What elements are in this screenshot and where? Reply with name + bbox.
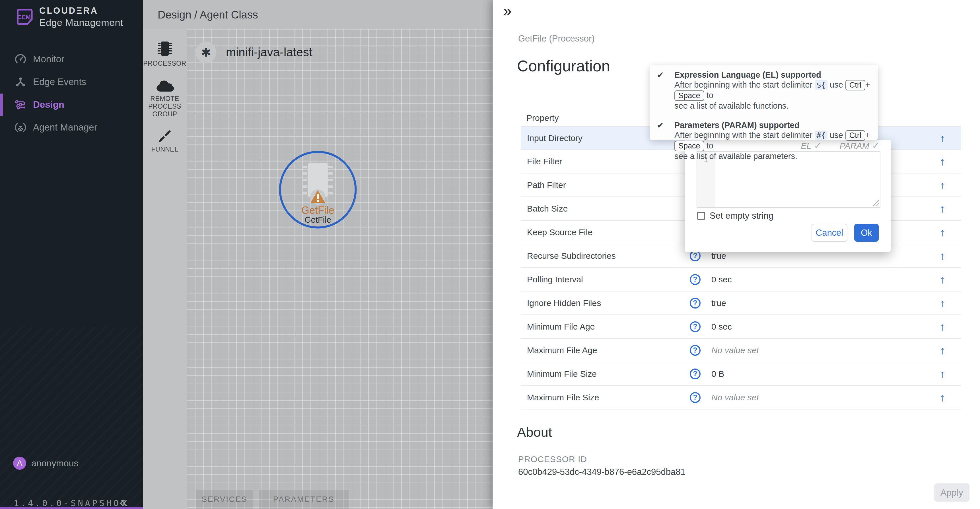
canvas-bottom-tabs: SERVICES PARAMETERS: [187, 490, 493, 509]
space-key-chip: Space: [675, 141, 704, 151]
layers-icon: [15, 122, 26, 133]
plus-sign: +: [865, 80, 870, 89]
help-icon[interactable]: ?: [690, 368, 700, 379]
override-arrow-icon[interactable]: ↑: [940, 155, 945, 168]
param-supported-body: After beginning with the start delimiter…: [675, 130, 872, 161]
sidebar-stripes-decoration: [0, 327, 143, 509]
property-row[interactable]: Minimum File Size ? 0 B ↑: [521, 362, 961, 386]
tooltip-text: see a list of available parameters.: [675, 152, 797, 161]
override-arrow-icon[interactable]: ↑: [940, 250, 945, 262]
override-arrow-icon[interactable]: ↑: [940, 297, 945, 309]
set-empty-string-option[interactable]: Set empty string: [697, 211, 773, 221]
param-supported-heading: Parameters (PARAM) supported: [675, 120, 872, 130]
brand-edge-management: Edge Management: [39, 17, 123, 28]
property-name: Maximum File Size: [527, 393, 599, 402]
override-arrow-icon[interactable]: ↑: [940, 273, 945, 285]
hub-icon: [15, 76, 26, 87]
param-flag-check-icon: ✓: [872, 141, 879, 151]
property-row[interactable]: Maximum File Size ? No value set ↑: [521, 386, 961, 409]
sidebar-bottom-accent: [0, 507, 143, 509]
property-row[interactable]: Ignore Hidden Files ? true ↑: [521, 292, 961, 315]
property-value: 0 sec: [711, 275, 732, 284]
tool-funnel[interactable]: FUNNEL: [143, 129, 187, 153]
tab-services[interactable]: SERVICES: [196, 490, 253, 509]
help-icon[interactable]: ?: [690, 251, 700, 261]
help-icon[interactable]: ?: [690, 392, 700, 403]
processor-node-getfile[interactable]: GetFile GetFile: [277, 149, 363, 235]
avatar: A: [13, 457, 26, 470]
help-icon[interactable]: ?: [690, 321, 700, 332]
tooltip-text: After beginning with the start delimiter: [675, 130, 812, 140]
version-label: 1.4.0.0-SNAPSHOT: [14, 498, 128, 508]
processor-chip-icon: [156, 40, 173, 57]
ok-button[interactable]: Ok: [854, 224, 879, 242]
svg-text:CEM: CEM: [18, 13, 31, 20]
override-arrow-icon[interactable]: ↑: [940, 320, 945, 333]
set-empty-string-checkbox[interactable]: [697, 212, 705, 220]
override-arrow-icon[interactable]: ↑: [940, 344, 945, 356]
sidebar-collapse-icon[interactable]: «: [119, 494, 128, 509]
property-row[interactable]: Polling Interval ? 0 sec ↑: [521, 268, 961, 292]
override-arrow-icon[interactable]: ↑: [940, 368, 945, 380]
el-supported-heading: Expression Language (EL) supported: [675, 70, 872, 80]
editor-resize-handle[interactable]: [871, 198, 879, 206]
sidebar-nav: Monitor Edge Events: [0, 48, 143, 139]
tab-parameters[interactable]: PARAMETERS: [259, 490, 348, 509]
sidebar-item-agent-manager[interactable]: Agent Manager: [0, 116, 143, 139]
property-name: Batch Size: [527, 204, 568, 214]
property-name: Polling Interval: [527, 275, 583, 284]
plus-sign: +: [865, 130, 870, 140]
tooltip-text: use: [830, 80, 843, 89]
tool-label: PROCESSOR: [143, 60, 187, 67]
sidebar-item-label: Edge Events: [33, 76, 86, 87]
about-title: About: [517, 424, 552, 440]
el-supported-body: After beginning with the start delimiter…: [675, 80, 872, 111]
column-header-property: Property: [527, 113, 558, 123]
param-delimiter-chip: #{: [815, 130, 827, 140]
sidebar-item-monitor[interactable]: Monitor: [0, 48, 143, 71]
property-row[interactable]: Minimum File Age ? 0 sec ↑: [521, 315, 961, 339]
help-icon[interactable]: ?: [690, 345, 700, 356]
panel-collapse-icon[interactable]: »: [503, 2, 512, 19]
flow-canvas[interactable]: ✱ minifi-java-latest GetFile GetFile: [187, 29, 493, 509]
node-name-label: GetFile: [304, 215, 331, 224]
override-arrow-icon[interactable]: ↑: [940, 391, 945, 403]
sidebar: CEM CLOUDΞRA Edge Management Monitor: [0, 0, 143, 509]
cancel-button[interactable]: Cancel: [811, 224, 847, 242]
panel-subtitle: GetFile (Processor): [518, 33, 595, 44]
set-empty-string-label: Set empty string: [710, 211, 773, 221]
sidebar-item-label: Monitor: [33, 54, 64, 65]
breadcrumb: Design / Agent Class: [158, 9, 258, 21]
override-arrow-icon[interactable]: ↑: [940, 179, 945, 191]
tool-remote-process-group[interactable]: REMOTE PROCESS GROUP: [143, 79, 187, 118]
tooltip-text: see a list of available functions.: [675, 101, 789, 110]
processor-id-label: PROCESSOR ID: [518, 454, 587, 464]
cloud-icon: [155, 79, 174, 93]
space-key-chip: Space: [675, 90, 704, 101]
override-arrow-icon[interactable]: ↑: [940, 203, 945, 215]
help-icon[interactable]: ?: [690, 298, 700, 309]
apply-button[interactable]: Apply: [934, 484, 969, 502]
flow-modified-badge: ✱: [196, 41, 216, 63]
user-menu[interactable]: A anonymous: [13, 457, 78, 470]
property-value: 0 B: [711, 369, 724, 379]
sidebar-item-design[interactable]: Design: [0, 93, 143, 116]
app-logo[interactable]: CEM CLOUDΞRA Edge Management: [16, 6, 123, 28]
tool-processor[interactable]: PROCESSOR: [143, 40, 187, 67]
property-name: Ignore Hidden Files: [527, 298, 601, 308]
property-name: Input Directory: [527, 133, 582, 143]
override-arrow-icon[interactable]: ↑: [940, 226, 945, 238]
property-name: Minimum File Age: [527, 322, 595, 331]
cem-app: CEM CLOUDΞRA Edge Management Monitor: [0, 0, 980, 509]
property-row[interactable]: Maximum File Age ? No value set ↑: [521, 339, 961, 362]
property-value: true: [711, 251, 726, 261]
processor-id-value: 60c0b429-53dc-4349-b876-e6a2c95dba81: [518, 467, 686, 477]
override-arrow-icon[interactable]: ↑: [940, 132, 945, 144]
cem-logo-icon: CEM: [16, 8, 33, 26]
param-supported-block: ✔ Parameters (PARAM) supported After beg…: [657, 120, 872, 161]
el-supported-block: ✔ Expression Language (EL) supported Aft…: [657, 70, 872, 111]
sidebar-item-edge-events[interactable]: Edge Events: [0, 71, 143, 93]
property-value: No value set: [711, 346, 759, 355]
brand-cloudera: CLOUDΞRA: [39, 6, 123, 16]
help-icon[interactable]: ?: [690, 274, 700, 285]
